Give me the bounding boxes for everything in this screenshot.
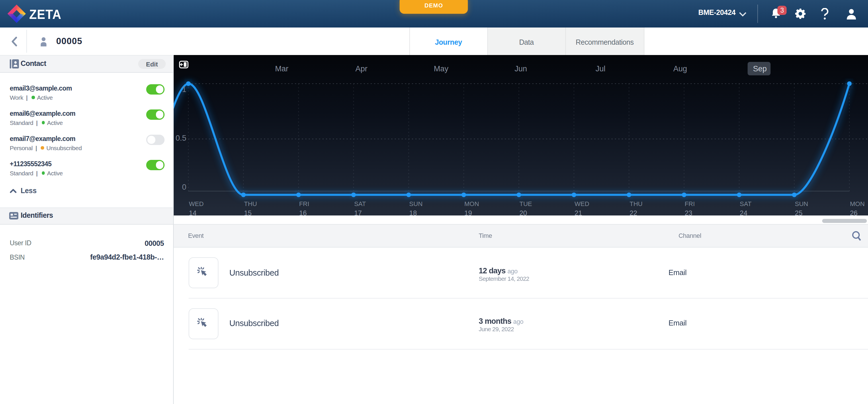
svg-text:Jul: Jul xyxy=(596,64,606,73)
svg-text:FRI: FRI xyxy=(685,200,694,207)
svg-text:WED: WED xyxy=(575,200,589,207)
svg-text:20: 20 xyxy=(520,209,527,215)
svg-text:0: 0 xyxy=(182,183,186,192)
svg-text:25: 25 xyxy=(795,209,803,215)
svg-text:Jun: Jun xyxy=(515,64,527,73)
svg-text:17: 17 xyxy=(354,209,362,215)
svg-text:May: May xyxy=(434,64,448,73)
svg-text:23: 23 xyxy=(685,209,692,215)
svg-text:16: 16 xyxy=(299,209,307,215)
svg-text:SAT: SAT xyxy=(740,200,752,207)
svg-text:FRI: FRI xyxy=(299,200,309,207)
svg-text:Apr: Apr xyxy=(355,64,368,73)
svg-text:Mar: Mar xyxy=(275,64,289,73)
svg-text:14: 14 xyxy=(189,209,197,215)
svg-text:15: 15 xyxy=(244,209,252,215)
svg-text:THU: THU xyxy=(629,200,642,207)
svg-text:THU: THU xyxy=(244,200,257,207)
svg-text:WED: WED xyxy=(189,200,204,207)
svg-text:MON: MON xyxy=(464,200,479,207)
svg-text:18: 18 xyxy=(409,209,417,215)
svg-text:22: 22 xyxy=(629,209,637,215)
svg-text:Aug: Aug xyxy=(673,64,687,73)
svg-text:SAT: SAT xyxy=(354,200,366,207)
svg-text:SUN: SUN xyxy=(795,200,808,207)
svg-text:24: 24 xyxy=(740,209,748,215)
svg-text:1: 1 xyxy=(182,85,186,94)
svg-text:19: 19 xyxy=(464,209,472,215)
svg-text:26: 26 xyxy=(850,209,858,215)
svg-text:MON: MON xyxy=(850,200,865,207)
svg-text:0.5: 0.5 xyxy=(176,134,186,142)
svg-text:TUE: TUE xyxy=(520,200,532,207)
svg-text:21: 21 xyxy=(575,209,582,215)
svg-text:SUN: SUN xyxy=(409,200,423,207)
svg-text:Sep: Sep xyxy=(753,64,767,73)
